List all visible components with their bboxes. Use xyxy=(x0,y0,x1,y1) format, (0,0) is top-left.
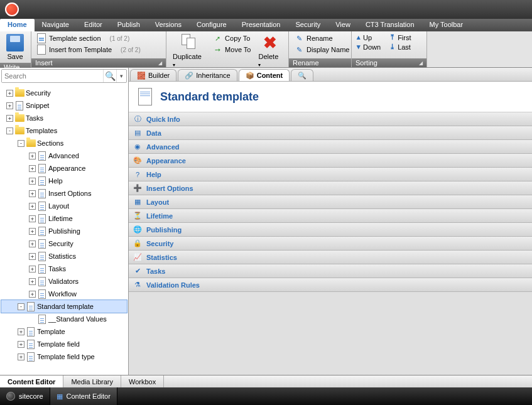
section-security[interactable]: 🔒Security xyxy=(129,237,532,251)
template-icon xyxy=(138,88,152,105)
sort-down-button[interactable]: ▾Down xyxy=(356,42,382,51)
ribbon-tab-view[interactable]: View xyxy=(328,19,358,31)
expand-icon[interactable]: + xyxy=(6,102,13,109)
section-label: Appearance xyxy=(146,157,186,165)
sort-up-button[interactable]: ▴Up xyxy=(356,33,382,42)
tree-item[interactable]: +Tasks xyxy=(1,112,127,124)
section-publishing[interactable]: 🌐Publishing xyxy=(129,223,532,237)
expand-icon[interactable]: + xyxy=(6,115,13,122)
tree-item[interactable]: -Templates xyxy=(1,124,127,137)
expand-icon[interactable]: + xyxy=(18,354,24,360)
section-data[interactable]: ▤Data xyxy=(129,126,532,140)
expand-icon[interactable]: + xyxy=(29,165,36,172)
content-tab-search[interactable]: 🔍 xyxy=(291,69,313,81)
expand-icon[interactable]: + xyxy=(29,190,36,197)
move-to-button[interactable]: ➙ Move To xyxy=(211,44,252,55)
section-appearance[interactable]: 🎨Appearance xyxy=(129,154,532,168)
search-input[interactable] xyxy=(2,70,103,82)
expand-icon[interactable]: + xyxy=(6,90,13,97)
collapse-icon[interactable]: - xyxy=(6,127,13,134)
ribbon-tab-versions[interactable]: Versions xyxy=(148,19,189,31)
bottom-tab-content-editor[interactable]: Content Editor xyxy=(0,375,63,387)
collapse-icon[interactable]: - xyxy=(18,140,24,147)
insert-from-template-button[interactable]: Insert from Template (2 of 2) xyxy=(35,44,162,55)
section-quick-info[interactable]: ⓘQuick Info xyxy=(129,112,532,126)
tree-item[interactable]: +Statistics xyxy=(1,250,127,262)
section-advanced[interactable]: ◉Advanced xyxy=(129,140,532,154)
tree-item-label: Help xyxy=(48,177,63,185)
expand-icon[interactable]: + xyxy=(29,215,36,222)
app-logo-icon xyxy=(5,3,19,16)
ribbon-tab-security[interactable]: Security xyxy=(288,19,328,31)
section-validation-rules[interactable]: ⚗Validation Rules xyxy=(129,278,532,292)
taskbar-start[interactable]: sitecore xyxy=(0,387,50,405)
ribbon-footer-insert[interactable]: Insert◢ xyxy=(31,58,166,67)
content-tab-content[interactable]: 📦Content xyxy=(239,69,290,81)
tree-item[interactable]: +Advanced xyxy=(1,149,127,162)
section-statistics[interactable]: 📈Statistics xyxy=(129,251,532,264)
bottom-tab-workbox[interactable]: Workbox xyxy=(121,375,164,387)
tree-item[interactable]: +Snippet xyxy=(1,99,127,112)
expand-icon[interactable]: + xyxy=(29,153,36,159)
copy-to-button[interactable]: ➚ Copy To xyxy=(211,33,252,44)
content-tree[interactable]: +Security+Snippet+Tasks-Templates-Sectio… xyxy=(0,84,128,375)
section-tasks[interactable]: ✔Tasks xyxy=(129,264,532,278)
expand-icon[interactable]: + xyxy=(18,328,24,335)
expand-icon[interactable]: + xyxy=(29,253,36,260)
tree-item[interactable]: +Security xyxy=(1,87,127,99)
search-icon[interactable]: 🔍 xyxy=(103,70,117,82)
display-name-button[interactable]: ✎ Display Name xyxy=(293,44,350,55)
section-lifetime[interactable]: ⏳Lifetime xyxy=(129,209,532,223)
taskbar-item-content-editor[interactable]: ▦ Content Editor xyxy=(50,387,117,405)
tree-item[interactable]: +Lifetime xyxy=(1,212,127,225)
tree-item[interactable]: +Template field xyxy=(1,338,127,350)
expand-icon[interactable]: + xyxy=(29,203,36,210)
collapse-icon[interactable]: - xyxy=(18,303,24,310)
save-button[interactable]: Save xyxy=(4,33,26,62)
sort-first-button[interactable]: ⤒First xyxy=(388,33,412,42)
sort-last-button[interactable]: ⤓Last xyxy=(388,42,412,51)
bottom-tab-media-library[interactable]: Media Library xyxy=(63,375,121,387)
tree-item[interactable]: +Template field type xyxy=(1,350,127,363)
tree-item[interactable]: +Appearance xyxy=(1,162,127,175)
section-help[interactable]: ?Help xyxy=(129,168,532,181)
template-icon xyxy=(26,327,36,337)
ribbon-tab-editor[interactable]: Editor xyxy=(77,19,110,31)
tree-item[interactable]: +Workflow xyxy=(1,288,127,300)
tree-item[interactable]: +Tasks xyxy=(1,262,127,275)
tree-item[interactable]: +Layout xyxy=(1,200,127,212)
expand-icon[interactable]: + xyxy=(29,178,36,185)
ribbon-tab-presentation[interactable]: Presentation xyxy=(234,19,288,31)
ribbon-tab-configure[interactable]: Configure xyxy=(189,19,234,31)
tree-item[interactable]: +Template xyxy=(1,325,127,338)
ribbon-tab-my-toolbar[interactable]: My Toolbar xyxy=(422,19,471,31)
section-insert-options[interactable]: ➕Insert Options xyxy=(129,181,532,195)
expand-icon[interactable]: + xyxy=(29,266,36,273)
tree-item[interactable]: +Insert Options xyxy=(1,187,127,200)
delete-button[interactable]: ✖ Delete ▾ xyxy=(256,33,285,69)
expand-icon[interactable]: + xyxy=(29,240,36,247)
ribbon-tab-ct3-translation[interactable]: CT3 Translation xyxy=(358,19,422,31)
tree-item[interactable]: -Standard template xyxy=(1,300,127,313)
tree-item[interactable]: +Security xyxy=(1,237,127,250)
ribbon-tab-publish[interactable]: Publish xyxy=(110,19,148,31)
tree-item[interactable]: __Standard Values xyxy=(1,313,127,325)
section-layout[interactable]: ▦Layout xyxy=(129,195,532,209)
tree-item[interactable]: -Sections xyxy=(1,137,127,149)
insert-template-section-button[interactable]: Template section (1 of 2) xyxy=(35,33,162,44)
expand-icon[interactable]: + xyxy=(29,278,36,285)
duplicate-button[interactable]: Duplicate ▾ xyxy=(170,33,207,69)
expand-icon[interactable]: + xyxy=(29,228,36,235)
ribbon-tab-navigate[interactable]: Navigate xyxy=(35,19,77,31)
search-dropdown-button[interactable]: ▾ xyxy=(117,70,126,82)
tree-item[interactable]: +Publishing xyxy=(1,225,127,237)
content-tab-builder[interactable]: 🧱Builder xyxy=(130,69,176,81)
content-tab-inheritance[interactable]: 🔗Inheritance xyxy=(178,69,237,81)
rename-button[interactable]: ✎ Rename xyxy=(293,33,350,44)
tree-item[interactable]: +Validators xyxy=(1,275,127,288)
expand-icon[interactable]: + xyxy=(29,291,36,298)
ribbon-footer-sorting[interactable]: Sorting◢ xyxy=(352,58,426,67)
ribbon-tab-home[interactable]: Home xyxy=(0,19,35,31)
expand-icon[interactable]: + xyxy=(18,341,24,348)
tree-item[interactable]: +Help xyxy=(1,175,127,187)
